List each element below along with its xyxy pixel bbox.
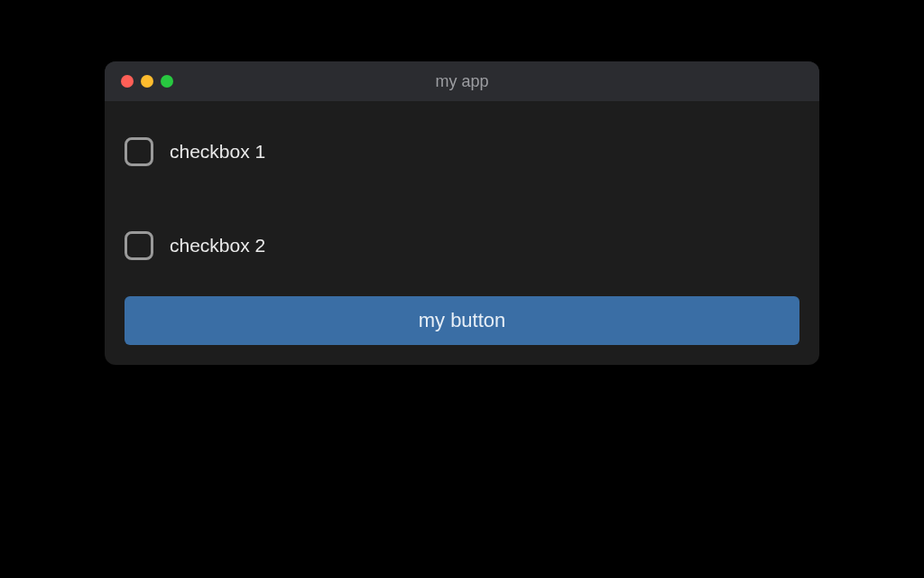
checkbox-box-icon[interactable] — [125, 231, 153, 260]
close-icon[interactable] — [121, 75, 134, 88]
checkbox-1[interactable]: checkbox 1 — [125, 137, 799, 166]
app-window: my app checkbox 1 checkbox 2 my button — [105, 61, 819, 365]
titlebar: my app — [105, 61, 819, 101]
checkbox-2[interactable]: checkbox 2 — [125, 231, 799, 260]
button-label: my button — [419, 309, 506, 332]
window-content: checkbox 1 checkbox 2 my button — [105, 101, 819, 365]
checkbox-label: checkbox 1 — [170, 141, 265, 163]
checkbox-label: checkbox 2 — [170, 235, 265, 256]
checkbox-box-icon[interactable] — [125, 137, 153, 166]
traffic-lights — [105, 75, 173, 88]
minimize-icon[interactable] — [141, 75, 153, 88]
window-title: my app — [105, 72, 819, 91]
my-button[interactable]: my button — [125, 296, 799, 345]
maximize-icon[interactable] — [161, 75, 173, 88]
